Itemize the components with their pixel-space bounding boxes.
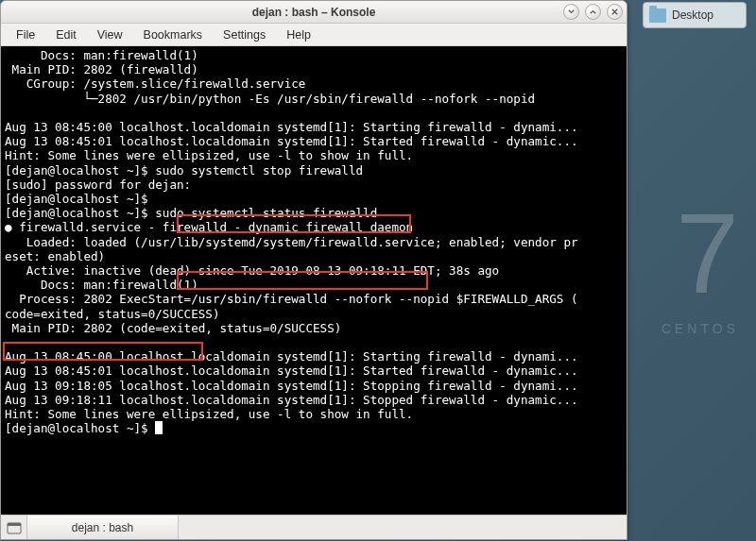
term-line: Aug 13 08:45:01 localhost.localdomain sy… — [5, 363, 578, 378]
term-line: eset: enabled) — [5, 249, 105, 263]
term-line: Main PID: 2802 (code=exited, status=0/SU… — [5, 321, 341, 335]
term-line: Aug 13 09:18:11 localhost.localdomain sy… — [5, 393, 578, 407]
term-line: Process: 2802 ExecStart=/usr/sbin/firewa… — [5, 292, 578, 306]
menubar: File Edit View Bookmarks Settings Help — [1, 24, 627, 46]
term-line: [sudo] password for dejan: — [5, 178, 191, 192]
term-line: [dejan@localhost ~]$ sudo systemctl stop… — [5, 163, 363, 178]
term-line: [dejan@localhost ~]$ sudo systemctl stat… — [5, 206, 377, 220]
menu-help[interactable]: Help — [277, 25, 320, 44]
svg-rect-1 — [8, 523, 21, 526]
term-line: └─2802 /usr/bin/python -Es /usr/sbin/fir… — [5, 92, 535, 106]
menu-view[interactable]: View — [88, 25, 132, 44]
term-line: CGroup: /system.slice/firewalld.service — [5, 76, 305, 91]
tab-bar: dejan : bash — [1, 515, 627, 539]
konsole-window: dejan : bash – Konsole File Edit View Bo… — [0, 0, 627, 540]
term-line: Active: inactive (dead) since Tue 2019-0… — [5, 263, 499, 278]
desktop-widget-label: Desktop — [672, 8, 713, 22]
terminal-output[interactable]: Docs: man:firewalld(1) Main PID: 2802 (f… — [1, 46, 627, 515]
term-line: Aug 13 09:18:05 localhost.localdomain sy… — [5, 379, 578, 393]
term-line: Aug 13 08:45:00 localhost.localdomain sy… — [5, 349, 578, 363]
term-line: Main PID: 2802 (firewalld) — [5, 62, 198, 76]
menu-file[interactable]: File — [7, 25, 44, 44]
window-title: dejan : bash – Konsole — [1, 6, 627, 19]
maximize-button[interactable] — [585, 4, 601, 20]
term-line: Loaded: loaded (/usr/lib/systemd/system/… — [5, 235, 578, 249]
desktop-folder-widget[interactable]: Desktop — [643, 2, 747, 28]
wallpaper-text: CENTOS — [662, 321, 739, 336]
term-line: Hint: Some lines were ellipsized, use -l… — [5, 407, 413, 421]
tab-label: dejan : bash — [72, 521, 133, 534]
titlebar[interactable]: dejan : bash – Konsole — [1, 1, 627, 24]
menu-bookmarks[interactable]: Bookmarks — [134, 25, 213, 44]
term-line: Aug 13 08:45:00 localhost.localdomain sy… — [5, 120, 578, 134]
term-line: [dejan@localhost ~]$ — [5, 421, 155, 435]
menu-settings[interactable]: Settings — [214, 25, 275, 44]
term-line: Docs: man:firewalld(1) — [5, 48, 198, 62]
menu-edit[interactable]: Edit — [46, 25, 86, 44]
folder-icon — [649, 8, 666, 23]
terminal-cursor — [155, 421, 163, 434]
wallpaper-number: 7 — [676, 208, 739, 298]
minimize-button[interactable] — [563, 4, 579, 20]
term-line: Aug 13 08:45:01 localhost.localdomain sy… — [5, 134, 578, 148]
close-button[interactable] — [607, 4, 623, 20]
term-line: Docs: man:firewalld(1) — [5, 278, 198, 292]
term-line: ● firewalld.service - firewalld - dynami… — [5, 220, 413, 234]
term-line: Hint: Some lines were ellipsized, use -l… — [5, 148, 413, 162]
new-tab-button[interactable] — [1, 516, 27, 539]
term-line: code=exited, status=0/SUCCESS) — [5, 307, 219, 321]
tab-active[interactable]: dejan : bash — [27, 516, 179, 539]
term-line: [dejan@localhost ~]$ — [5, 192, 155, 206]
